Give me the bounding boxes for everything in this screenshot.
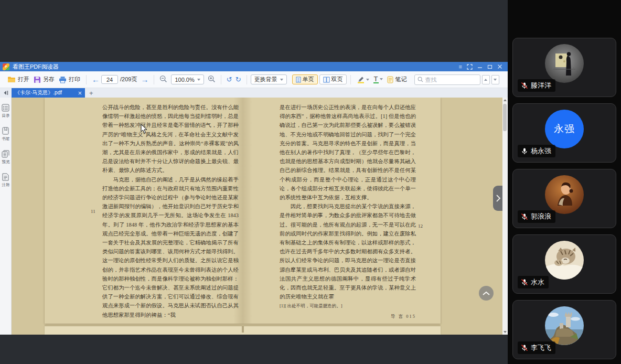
zoom-level-value: 100.0% [175, 77, 194, 83]
screen: P 看图王PDF阅读器 ≡ [0, 0, 621, 364]
rotate-right-icon[interactable]: ↻ [234, 76, 243, 83]
chevron-down-icon [280, 79, 283, 81]
scroll-down-arrow[interactable] [502, 329, 507, 335]
window-titlebar: P 看图王PDF阅读器 ≡ [0, 62, 508, 71]
back-to-top-button[interactable] [479, 286, 494, 301]
save-as-label: 另存 [43, 76, 55, 83]
sidebar-label-annotations: 注释 [2, 182, 9, 187]
double-page-toggle[interactable]: 双页 [319, 74, 347, 84]
chevron-right-icon [496, 194, 501, 202]
vertical-scrollbar[interactable] [502, 98, 507, 335]
fullscreen-icon[interactable] [467, 64, 473, 70]
document-viewport[interactable]: 公开战斗的危险，甚至是胜利的危险与责任。没有什么能像懦弱一样激起他的愤怒，因此他… [12, 98, 502, 335]
shared-screen-background: P 看图王PDF阅读器 ≡ [0, 0, 508, 364]
avatar [545, 306, 584, 345]
sidebar-label-toc: 目录 [2, 113, 9, 118]
zoom-level-select[interactable]: 100.0% [171, 74, 204, 84]
bookmark-icon [2, 127, 9, 135]
chevron-up-icon [484, 79, 487, 81]
print-label: 打印 [69, 76, 80, 83]
scroll-up-arrow[interactable] [502, 98, 507, 103]
participant-name: 李飞飞 [531, 343, 551, 352]
sidebar-item-bookmarks[interactable]: 书签 [2, 127, 10, 142]
underline-T-icon: T [373, 76, 379, 84]
highlighter-tool-button[interactable] [355, 74, 371, 85]
find-next-button[interactable] [491, 75, 499, 84]
sidebar-item-preview[interactable]: 预览 [2, 150, 10, 165]
menu-icon[interactable]: ≡ [459, 64, 462, 70]
find-previous-button[interactable] [482, 75, 490, 84]
paragraph: 因此，想要找到马克思提出的某个学说的直接来源，是件相对简单的事，为数众多的批评家… [280, 202, 416, 301]
collapse-tabs-icon[interactable] [0, 90, 12, 95]
participants-panel: 滕洋洋 永强 杨永强 [508, 0, 621, 364]
paragraph: 公开战斗的危险，甚至是胜利的危险与责任。没有什么能像懦弱一样激起他的愤怒，因此他… [102, 103, 239, 175]
next-spread-edge [45, 326, 441, 335]
next-page-arrow-icon[interactable]: → [139, 76, 150, 83]
paragraph: 马克思，据他自己的阐述，几乎是从偶然的缘起着手打造他的全新工具的；在与政府就只有… [102, 175, 239, 319]
avatar [545, 175, 584, 214]
footnote: [1][ 出处不明，可能是臆造的。] [280, 303, 416, 309]
chevron-down-icon [380, 78, 383, 80]
book-spread: 公开战斗的危险，甚至是胜利的危险与责任。没有什么能像懦弱一样激起他的愤怒，因此他… [45, 98, 441, 324]
minimize-icon[interactable] [477, 64, 483, 69]
tab-close-icon[interactable] [78, 91, 82, 95]
mic-muted-icon [521, 213, 528, 220]
change-background-button[interactable]: 更换背景 [251, 74, 287, 84]
search-icon [417, 77, 423, 82]
page-footer: 导 言 015 [280, 314, 416, 320]
open-label: 打开 [18, 76, 29, 83]
participant-tile[interactable]: 滕洋洋 [512, 38, 616, 97]
chevron-down-icon [197, 79, 200, 81]
note-label: 笔记 [395, 76, 407, 83]
sidebar-item-toc[interactable]: 目录 [2, 104, 10, 119]
zoom-in-icon[interactable] [206, 75, 217, 84]
single-page-toggle[interactable]: 单页 [292, 74, 318, 84]
search-input[interactable] [425, 77, 474, 83]
participant-tile[interactable]: 李飞飞 [512, 300, 616, 359]
floppy-icon [34, 76, 41, 83]
chevron-down-icon [366, 79, 369, 81]
page-number-input[interactable] [101, 75, 118, 84]
folder-icon [7, 76, 16, 83]
maximize-icon[interactable] [487, 64, 492, 69]
highlighter-icon [357, 76, 365, 83]
participant-tile[interactable]: 水水 [512, 234, 616, 294]
underline-tool-button[interactable]: T [371, 74, 385, 85]
single-page-icon [296, 77, 301, 83]
participant-name-badge: 郭浪浪 [518, 210, 555, 223]
note-icon [387, 76, 393, 83]
sidebar-label-bookmarks: 书签 [2, 136, 9, 141]
single-page-label: 单页 [303, 76, 314, 83]
mic-muted-icon [521, 82, 528, 89]
pdf-reader-window: P 看图王PDF阅读器 ≡ [0, 62, 508, 335]
margin-line-number: 11 [91, 209, 95, 214]
paragraph: 是在进行一场历史公正性的表演，是在向每个人归还他应得的东西”，据称他曾这样高尚地… [280, 103, 416, 202]
participant-tile[interactable]: 永强 杨永强 [512, 103, 616, 163]
sidebar-item-annotations[interactable]: 注释 [2, 173, 10, 188]
left-sidebar: 目录 书签 预览 注释 [0, 98, 12, 335]
tab-karl-marx-pdf[interactable]: 《卡尔·马克思》.pdf [12, 88, 85, 98]
participant-tile[interactable]: 郭浪浪 [512, 169, 616, 228]
print-button[interactable]: 打印 [57, 74, 82, 85]
participant-name: 郭浪浪 [531, 212, 551, 221]
sidebar-label-preview: 预览 [2, 159, 9, 164]
avatar-initials: 永强 [554, 122, 575, 136]
scrollbar-thumb[interactable] [503, 104, 507, 131]
next-page-flip-button[interactable] [493, 186, 502, 211]
open-button[interactable]: 打开 [5, 74, 31, 85]
zoom-out-icon[interactable] [158, 75, 169, 84]
avatar [545, 241, 584, 280]
left-page-text: 公开战斗的危险，甚至是胜利的危险与责任。没有什么能像懦弱一样激起他的愤怒，因此他… [102, 103, 239, 319]
prev-page-arrow-icon[interactable]: ← [90, 76, 101, 83]
mic-muted-icon [521, 344, 528, 351]
page-total-label: /209页 [120, 76, 137, 83]
rotate-left-icon[interactable]: ↺ [225, 76, 234, 83]
close-icon[interactable] [497, 64, 502, 69]
note-button[interactable]: 笔记 [385, 74, 409, 85]
annotation-icon [2, 173, 9, 181]
new-tab-button[interactable]: + [89, 89, 93, 97]
save-as-button[interactable]: 另存 [31, 74, 57, 85]
document-tabbar: 《卡尔·马克思》.pdf + [0, 88, 508, 98]
preview-icon [2, 150, 9, 158]
participant-name-badge: 李飞飞 [518, 341, 555, 354]
